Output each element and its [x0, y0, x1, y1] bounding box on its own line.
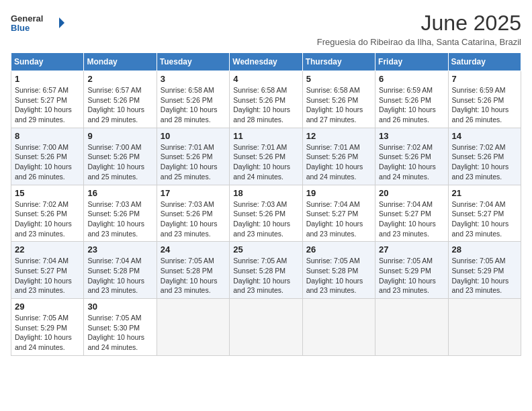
table-row: 28 Sunrise: 7:05 AMSunset: 5:29 PMDaylig… — [448, 242, 521, 299]
day-number: 14 — [452, 131, 517, 141]
day-number: 16 — [87, 188, 152, 198]
table-row: 16 Sunrise: 7:03 AMSunset: 5:26 PMDaylig… — [84, 185, 157, 242]
table-row: 15 Sunrise: 7:02 AMSunset: 5:26 PMDaylig… — [11, 185, 84, 242]
cell-info: Sunrise: 6:59 AMSunset: 5:26 PMDaylight:… — [452, 86, 509, 124]
calendar-week-row: 1 Sunrise: 6:57 AMSunset: 5:27 PMDayligh… — [11, 71, 521, 128]
cell-info: Sunrise: 7:05 AMSunset: 5:28 PMDaylight:… — [306, 257, 363, 294]
day-number: 29 — [15, 302, 80, 312]
day-number: 24 — [161, 244, 226, 255]
day-number: 23 — [87, 244, 152, 255]
title-block: June 2025 Freguesia do Ribeirao da Ilha,… — [317, 11, 521, 47]
day-number: 1 — [15, 74, 80, 84]
table-row: 24 Sunrise: 7:05 AMSunset: 5:28 PMDaylig… — [157, 242, 229, 299]
table-row — [448, 299, 521, 356]
day-number: 3 — [161, 74, 226, 84]
day-number: 11 — [233, 131, 298, 141]
cell-info: Sunrise: 6:59 AMSunset: 5:26 PMDaylight:… — [379, 86, 436, 124]
day-number: 4 — [233, 74, 298, 84]
table-row: 4 Sunrise: 6:58 AMSunset: 5:26 PMDayligh… — [230, 71, 302, 128]
cell-info: Sunrise: 7:04 AMSunset: 5:27 PMDaylight:… — [452, 200, 509, 238]
cell-info: Sunrise: 7:04 AMSunset: 5:27 PMDaylight:… — [15, 257, 72, 294]
table-row: 10 Sunrise: 7:01 AMSunset: 5:26 PMDaylig… — [157, 128, 229, 185]
table-row: 27 Sunrise: 7:05 AMSunset: 5:29 PMDaylig… — [375, 242, 448, 299]
cell-info: Sunrise: 7:05 AMSunset: 5:28 PMDaylight:… — [161, 257, 218, 294]
cell-info: Sunrise: 7:04 AMSunset: 5:27 PMDaylight:… — [379, 200, 436, 238]
cell-info: Sunrise: 7:05 AMSunset: 5:29 PMDaylight:… — [452, 257, 509, 294]
calendar-week-row: 22 Sunrise: 7:04 AMSunset: 5:27 PMDaylig… — [11, 242, 521, 299]
cell-info: Sunrise: 7:02 AMSunset: 5:26 PMDaylight:… — [15, 200, 72, 238]
cell-info: Sunrise: 7:05 AMSunset: 5:29 PMDaylight:… — [15, 314, 72, 351]
table-row: 13 Sunrise: 7:02 AMSunset: 5:26 PMDaylig… — [375, 128, 448, 185]
table-row: 6 Sunrise: 6:59 AMSunset: 5:26 PMDayligh… — [375, 71, 448, 128]
day-number: 8 — [15, 131, 80, 141]
day-number: 15 — [15, 188, 80, 198]
day-number: 21 — [452, 188, 517, 198]
table-row — [157, 299, 229, 356]
table-row: 8 Sunrise: 7:00 AMSunset: 5:26 PMDayligh… — [11, 128, 84, 185]
cell-info: Sunrise: 6:58 AMSunset: 5:26 PMDaylight:… — [306, 86, 363, 124]
table-row: 19 Sunrise: 7:04 AMSunset: 5:27 PMDaylig… — [302, 185, 375, 242]
cell-info: Sunrise: 6:57 AMSunset: 5:27 PMDaylight:… — [15, 86, 72, 124]
day-number: 25 — [233, 244, 298, 255]
table-row: 5 Sunrise: 6:58 AMSunset: 5:26 PMDayligh… — [302, 71, 375, 128]
cell-info: Sunrise: 6:58 AMSunset: 5:26 PMDaylight:… — [161, 86, 218, 124]
table-row: 23 Sunrise: 7:04 AMSunset: 5:28 PMDaylig… — [84, 242, 157, 299]
calendar-week-row: 8 Sunrise: 7:00 AMSunset: 5:26 PMDayligh… — [11, 128, 521, 185]
day-number: 28 — [452, 244, 517, 255]
table-row: 25 Sunrise: 7:05 AMSunset: 5:28 PMDaylig… — [230, 242, 302, 299]
cell-info: Sunrise: 7:04 AMSunset: 5:28 PMDaylight:… — [87, 257, 144, 294]
day-number: 17 — [161, 188, 226, 198]
table-row: 14 Sunrise: 7:02 AMSunset: 5:26 PMDaylig… — [448, 128, 521, 185]
cell-info: Sunrise: 7:01 AMSunset: 5:26 PMDaylight:… — [306, 143, 363, 181]
table-row: 2 Sunrise: 6:57 AMSunset: 5:26 PMDayligh… — [84, 71, 157, 128]
cell-info: Sunrise: 6:58 AMSunset: 5:26 PMDaylight:… — [233, 86, 290, 124]
calendar-week-row: 29 Sunrise: 7:05 AMSunset: 5:29 PMDaylig… — [11, 299, 521, 356]
day-number: 30 — [87, 302, 152, 312]
col-monday: Monday — [84, 53, 157, 71]
svg-text:General: General — [11, 13, 43, 24]
day-number: 5 — [306, 74, 371, 84]
table-row: 7 Sunrise: 6:59 AMSunset: 5:26 PMDayligh… — [448, 71, 521, 128]
cell-info: Sunrise: 7:00 AMSunset: 5:26 PMDaylight:… — [87, 143, 144, 181]
svg-text:Blue: Blue — [11, 23, 30, 33]
day-number: 26 — [306, 244, 371, 255]
logo: General Blue — [11, 11, 64, 35]
cell-info: Sunrise: 7:01 AMSunset: 5:26 PMDaylight:… — [233, 143, 290, 181]
day-number: 9 — [87, 131, 152, 141]
day-number: 6 — [379, 74, 444, 84]
day-number: 7 — [452, 74, 517, 84]
day-number: 2 — [87, 74, 152, 84]
table-row: 30 Sunrise: 7:05 AMSunset: 5:30 PMDaylig… — [84, 299, 157, 356]
table-row: 12 Sunrise: 7:01 AMSunset: 5:26 PMDaylig… — [302, 128, 375, 185]
col-friday: Friday — [375, 53, 448, 71]
col-wednesday: Wednesday — [230, 53, 302, 71]
table-row: 26 Sunrise: 7:05 AMSunset: 5:28 PMDaylig… — [302, 242, 375, 299]
table-row: 29 Sunrise: 7:05 AMSunset: 5:29 PMDaylig… — [11, 299, 84, 356]
table-row — [302, 299, 375, 356]
cell-info: Sunrise: 7:05 AMSunset: 5:28 PMDaylight:… — [233, 257, 290, 294]
logo-svg: General Blue — [11, 11, 64, 35]
calendar-table: Sunday Monday Tuesday Wednesday Thursday… — [11, 52, 521, 356]
month-year-title: June 2025 — [317, 11, 521, 36]
cell-info: Sunrise: 7:03 AMSunset: 5:26 PMDaylight:… — [87, 200, 144, 238]
cell-info: Sunrise: 7:02 AMSunset: 5:26 PMDaylight:… — [452, 143, 509, 181]
calendar-week-row: 15 Sunrise: 7:02 AMSunset: 5:26 PMDaylig… — [11, 185, 521, 242]
svg-marker-2 — [59, 17, 64, 28]
day-number: 10 — [161, 131, 226, 141]
table-row: 3 Sunrise: 6:58 AMSunset: 5:26 PMDayligh… — [157, 71, 229, 128]
table-row: 11 Sunrise: 7:01 AMSunset: 5:26 PMDaylig… — [230, 128, 302, 185]
cell-info: Sunrise: 6:57 AMSunset: 5:26 PMDaylight:… — [87, 86, 144, 124]
table-row: 22 Sunrise: 7:04 AMSunset: 5:27 PMDaylig… — [11, 242, 84, 299]
col-thursday: Thursday — [302, 53, 375, 71]
cell-info: Sunrise: 7:03 AMSunset: 5:26 PMDaylight:… — [161, 200, 218, 238]
table-row — [230, 299, 302, 356]
table-row: 21 Sunrise: 7:04 AMSunset: 5:27 PMDaylig… — [448, 185, 521, 242]
col-saturday: Saturday — [448, 53, 521, 71]
cell-info: Sunrise: 7:04 AMSunset: 5:27 PMDaylight:… — [306, 200, 363, 238]
cell-info: Sunrise: 7:00 AMSunset: 5:26 PMDaylight:… — [15, 143, 72, 181]
day-number: 20 — [379, 188, 444, 198]
table-row: 18 Sunrise: 7:03 AMSunset: 5:26 PMDaylig… — [230, 185, 302, 242]
cell-info: Sunrise: 7:05 AMSunset: 5:29 PMDaylight:… — [379, 257, 436, 294]
table-row: 20 Sunrise: 7:04 AMSunset: 5:27 PMDaylig… — [375, 185, 448, 242]
col-sunday: Sunday — [11, 53, 84, 71]
